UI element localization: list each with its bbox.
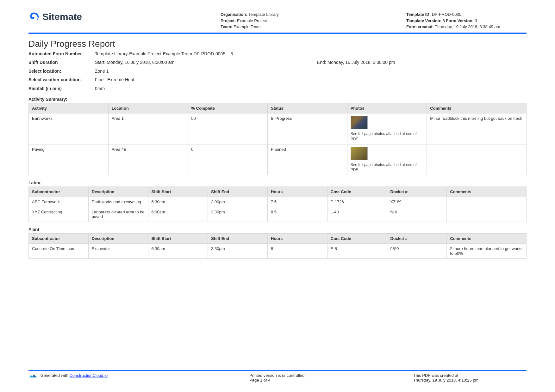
- cell-cost: E-8: [327, 244, 387, 259]
- cell-complete: 50: [188, 113, 268, 144]
- template-version-label: Template Version:: [406, 18, 441, 23]
- plant-row: Concrete On Time .com Excavator 6:30am 3…: [29, 244, 527, 259]
- labor-col-sub: Subcontractor: [29, 187, 89, 197]
- plant-col-cost: Cost Code: [327, 234, 387, 244]
- labor-col-hours: Hours: [268, 187, 327, 197]
- page-title: Daily Progress Report: [28, 39, 527, 49]
- field-weather: Select weather condition: Fine Extreme H…: [28, 77, 527, 83]
- cell-sub: ABC Formwork: [29, 197, 89, 207]
- footer-center: Printed version is uncontrolled Page 1 o…: [142, 373, 363, 383]
- labor-col-start: Shift Start: [148, 187, 208, 197]
- form-created-label: Form created:: [406, 24, 434, 29]
- cell-end: 3:30pm: [208, 207, 268, 222]
- activity-col-location: Location: [108, 103, 188, 113]
- weather-value: Fine Extreme Heat: [95, 77, 527, 83]
- uncontrolled-note: Printed version is uncontrolled: [249, 373, 363, 378]
- location-label: Select location:: [28, 68, 95, 75]
- cell-hours: 8: [268, 244, 327, 259]
- cell-activity: Earthworks: [29, 113, 109, 144]
- template-id-value: DP-PROD-0005: [432, 12, 461, 17]
- team-value: Example Team: [234, 24, 261, 29]
- cell-comments: [447, 207, 527, 222]
- page-indicator: Page 1 of 4: [249, 378, 363, 383]
- auto-form-number-label: Automated Form Number: [28, 51, 95, 57]
- shift-start-value: Start: Monday, 16 July 2018, 6:30:00 am: [95, 59, 304, 66]
- cell-start: 6:00am: [148, 207, 208, 222]
- cell-comments: [427, 144, 527, 175]
- created-value: Thursday, 19 July 2018, 4:10:25 pm: [413, 378, 527, 383]
- cell-end: 3:30pm: [208, 244, 268, 259]
- plant-table: Subcontractor Description Shift Start Sh…: [28, 233, 527, 259]
- rainfall-label: Rainfall (in mm): [28, 86, 95, 92]
- cell-status: Planned: [268, 144, 347, 175]
- footer-left: Generated with ConstructionCloud.io: [28, 373, 142, 383]
- document-header: Sitemate Organisation: Template Library …: [28, 11, 527, 34]
- labor-col-end: Shift End: [208, 187, 268, 197]
- plant-col-start: Shift Start: [148, 234, 208, 244]
- auto-form-number-value: Template Library-Example Project-Example…: [95, 51, 527, 57]
- field-auto-form-number: Automated Form Number Template Library-E…: [28, 51, 527, 57]
- project-label: Project:: [221, 18, 236, 23]
- field-shift-duration: Shift Duration Start: Monday, 16 July 20…: [28, 59, 527, 66]
- plant-section-title: Plant: [28, 227, 527, 232]
- generated-link[interactable]: ConstructionCloud.io: [69, 373, 108, 378]
- brand-name: Sitemate: [42, 11, 82, 22]
- photo-note: See full page photos attached at end of …: [351, 131, 424, 141]
- field-rainfall: Rainfall (in mm) 0mm: [28, 86, 527, 92]
- plant-col-hours: Hours: [268, 234, 327, 244]
- cell-docket: XZ-89: [387, 197, 447, 207]
- cell-start: 6:30am: [148, 197, 208, 207]
- brand-block: Sitemate: [28, 11, 155, 22]
- labor-row: XYZ Contracting Labourers cleared area t…: [29, 207, 527, 222]
- cell-comments: Minor roadblock this morning but got bac…: [427, 113, 527, 144]
- cell-start: 6:30am: [148, 244, 208, 259]
- cell-photos: See full page photos attached at end of …: [347, 113, 427, 144]
- header-meta-left: Organisation: Template Library Project: …: [221, 11, 341, 30]
- cell-cost: L-43: [327, 207, 387, 222]
- header-meta-right: Template ID: DP-PROD-0005 Template Versi…: [406, 11, 527, 30]
- generated-prefix: Generated with: [41, 373, 70, 378]
- photo-note: See full page photos attached at end of …: [351, 162, 424, 172]
- labor-header-row: Subcontractor Description Shift Start Sh…: [29, 187, 527, 197]
- plant-col-sub: Subcontractor: [29, 234, 89, 244]
- project-value: Example Project: [237, 18, 267, 23]
- document-footer: Generated with ConstructionCloud.io Prin…: [28, 370, 527, 383]
- cell-docket: N/A: [387, 207, 447, 222]
- field-location: Select location: Zone 1: [28, 68, 527, 75]
- cell-desc: Labourers cleared area to be paved: [88, 207, 148, 222]
- cell-cost: P-1726: [327, 197, 387, 207]
- activity-col-status: Status: [268, 103, 347, 113]
- activity-header-row: Activity Location % Complete Status Phot…: [29, 103, 527, 113]
- cell-docket: 98*0: [387, 244, 447, 259]
- activity-col-comments: Comments: [427, 103, 527, 113]
- labor-col-docket: Docket #: [387, 187, 447, 197]
- activity-table: Activity Location % Complete Status Phot…: [28, 103, 527, 175]
- footer-right: This PDF was created at Thursday, 19 Jul…: [363, 373, 527, 383]
- form-version-value: 3: [475, 18, 477, 23]
- location-value: Zone 1: [95, 68, 527, 75]
- cell-desc: Earthworks and excavating: [88, 197, 148, 207]
- constructioncloud-icon: [28, 374, 38, 378]
- plant-header-row: Subcontractor Description Shift Start Sh…: [29, 234, 527, 244]
- cell-complete: 0: [188, 144, 268, 175]
- plant-col-docket: Docket #: [387, 234, 447, 244]
- sitemate-logo-icon: [28, 11, 39, 22]
- cell-photos: See full page photos attached at end of …: [347, 144, 427, 175]
- labor-col-desc: Description: [88, 187, 148, 197]
- activity-col-complete: % Complete: [188, 103, 268, 113]
- activity-row: Earthworks Area 1 50 In Progress See ful…: [29, 113, 527, 144]
- shift-end-value: End: Monday, 16 July 2018, 3:30:00 pm: [317, 59, 527, 66]
- cell-sub: XYZ Contracting: [29, 207, 89, 222]
- activity-col-activity: Activity: [29, 103, 109, 113]
- created-label: This PDF was created at: [413, 373, 527, 378]
- cell-comments: [447, 197, 527, 207]
- cell-comments: 2 more hours than planned to get works t…: [447, 244, 527, 259]
- cell-location: Area 4B: [108, 144, 188, 175]
- activity-row: Paving Area 4B 0 Planned See full page p…: [29, 144, 527, 175]
- form-created-value: Thursday, 19 July 2018, 3:38:49 pm: [435, 24, 500, 29]
- cell-activity: Paving: [29, 144, 109, 175]
- team-label: Team:: [221, 24, 232, 29]
- cell-end: 3:00pm: [208, 197, 268, 207]
- rainfall-value: 0mm: [95, 86, 527, 92]
- plant-col-comments: Comments: [447, 234, 527, 244]
